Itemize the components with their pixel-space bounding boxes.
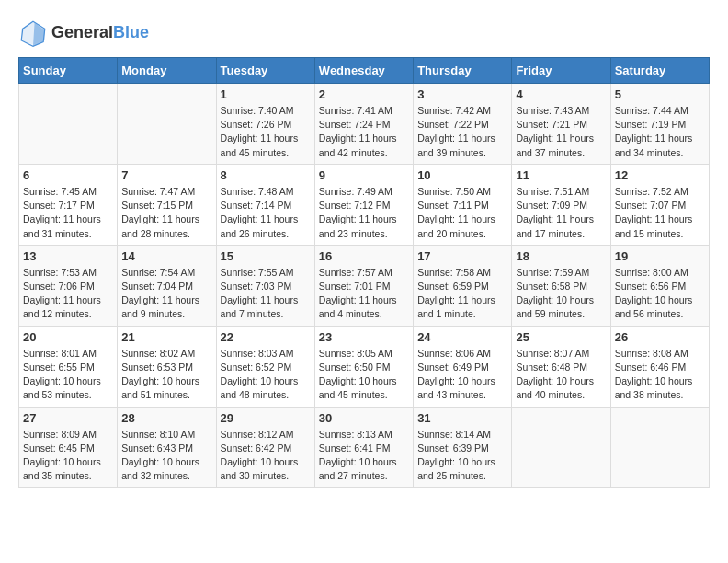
day-info: Sunrise: 8:13 AM Sunset: 6:41 PM Dayligh… xyxy=(319,428,409,484)
calendar-week-row: 20Sunrise: 8:01 AM Sunset: 6:55 PM Dayli… xyxy=(19,326,710,407)
day-info: Sunrise: 7:44 AM Sunset: 7:19 PM Dayligh… xyxy=(615,104,705,160)
day-number: 25 xyxy=(516,330,606,344)
calendar-cell: 8Sunrise: 7:48 AM Sunset: 7:14 PM Daylig… xyxy=(216,164,314,245)
calendar-cell: 6Sunrise: 7:45 AM Sunset: 7:17 PM Daylig… xyxy=(19,164,118,245)
day-info: Sunrise: 7:54 AM Sunset: 7:04 PM Dayligh… xyxy=(121,266,211,322)
calendar-cell xyxy=(19,84,118,165)
calendar-cell: 2Sunrise: 7:41 AM Sunset: 7:24 PM Daylig… xyxy=(314,84,413,165)
page-header: GeneralBlue xyxy=(18,18,710,48)
day-number: 19 xyxy=(615,249,705,263)
calendar-week-row: 6Sunrise: 7:45 AM Sunset: 7:17 PM Daylig… xyxy=(19,164,710,245)
calendar-week-row: 13Sunrise: 7:53 AM Sunset: 7:06 PM Dayli… xyxy=(19,245,710,326)
day-info: Sunrise: 7:45 AM Sunset: 7:17 PM Dayligh… xyxy=(23,185,113,241)
calendar-body: 1Sunrise: 7:40 AM Sunset: 7:26 PM Daylig… xyxy=(19,84,710,488)
day-number: 31 xyxy=(417,411,507,425)
day-info: Sunrise: 7:58 AM Sunset: 6:59 PM Dayligh… xyxy=(417,266,507,322)
calendar-cell: 12Sunrise: 7:52 AM Sunset: 7:07 PM Dayli… xyxy=(610,164,709,245)
day-info: Sunrise: 7:43 AM Sunset: 7:21 PM Dayligh… xyxy=(516,104,606,160)
calendar-cell: 28Sunrise: 8:10 AM Sunset: 6:43 PM Dayli… xyxy=(118,407,216,488)
calendar-cell: 13Sunrise: 7:53 AM Sunset: 7:06 PM Dayli… xyxy=(19,245,118,326)
day-info: Sunrise: 8:06 AM Sunset: 6:49 PM Dayligh… xyxy=(417,347,507,403)
day-info: Sunrise: 8:14 AM Sunset: 6:39 PM Dayligh… xyxy=(417,428,507,484)
day-number: 22 xyxy=(221,330,311,344)
day-info: Sunrise: 8:05 AM Sunset: 6:50 PM Dayligh… xyxy=(319,347,409,403)
calendar-cell: 11Sunrise: 7:51 AM Sunset: 7:09 PM Dayli… xyxy=(512,164,610,245)
logo-blue: Blue xyxy=(113,23,149,41)
weekday-header-friday: Friday xyxy=(512,58,610,84)
day-info: Sunrise: 7:48 AM Sunset: 7:14 PM Dayligh… xyxy=(221,185,311,241)
day-number: 12 xyxy=(615,168,705,182)
day-number: 13 xyxy=(23,249,113,263)
logo-icon xyxy=(18,18,48,48)
calendar-cell xyxy=(118,84,216,165)
calendar-cell: 22Sunrise: 8:03 AM Sunset: 6:52 PM Dayli… xyxy=(216,326,314,407)
day-info: Sunrise: 8:00 AM Sunset: 6:56 PM Dayligh… xyxy=(615,266,705,322)
day-number: 20 xyxy=(23,330,113,344)
calendar-cell: 15Sunrise: 7:55 AM Sunset: 7:03 PM Dayli… xyxy=(216,245,314,326)
calendar-cell: 17Sunrise: 7:58 AM Sunset: 6:59 PM Dayli… xyxy=(414,245,512,326)
day-info: Sunrise: 7:59 AM Sunset: 6:58 PM Dayligh… xyxy=(516,266,606,322)
day-number: 24 xyxy=(417,330,507,344)
day-number: 23 xyxy=(319,330,409,344)
calendar-cell: 1Sunrise: 7:40 AM Sunset: 7:26 PM Daylig… xyxy=(216,84,314,165)
calendar-cell: 10Sunrise: 7:50 AM Sunset: 7:11 PM Dayli… xyxy=(414,164,512,245)
day-number: 9 xyxy=(319,168,409,182)
logo: GeneralBlue xyxy=(18,18,149,48)
day-number: 27 xyxy=(23,411,113,425)
day-info: Sunrise: 7:52 AM Sunset: 7:07 PM Dayligh… xyxy=(615,185,705,241)
day-number: 28 xyxy=(121,411,211,425)
day-info: Sunrise: 7:55 AM Sunset: 7:03 PM Dayligh… xyxy=(221,266,311,322)
day-number: 3 xyxy=(417,87,507,101)
calendar-cell: 30Sunrise: 8:13 AM Sunset: 6:41 PM Dayli… xyxy=(314,407,413,488)
day-number: 10 xyxy=(417,168,507,182)
day-number: 15 xyxy=(221,249,311,263)
calendar-cell: 26Sunrise: 8:08 AM Sunset: 6:46 PM Dayli… xyxy=(610,326,709,407)
calendar-cell: 9Sunrise: 7:49 AM Sunset: 7:12 PM Daylig… xyxy=(314,164,413,245)
weekday-header-sunday: Sunday xyxy=(19,58,118,84)
calendar-week-row: 1Sunrise: 7:40 AM Sunset: 7:26 PM Daylig… xyxy=(19,84,710,165)
day-info: Sunrise: 7:40 AM Sunset: 7:26 PM Dayligh… xyxy=(221,104,311,160)
day-number: 21 xyxy=(121,330,211,344)
calendar-cell: 31Sunrise: 8:14 AM Sunset: 6:39 PM Dayli… xyxy=(414,407,512,488)
day-info: Sunrise: 7:47 AM Sunset: 7:15 PM Dayligh… xyxy=(121,185,211,241)
calendar-cell: 5Sunrise: 7:44 AM Sunset: 7:19 PM Daylig… xyxy=(610,84,709,165)
calendar-table: SundayMondayTuesdayWednesdayThursdayFrid… xyxy=(18,57,710,488)
day-number: 11 xyxy=(516,168,606,182)
calendar-week-row: 27Sunrise: 8:09 AM Sunset: 6:45 PM Dayli… xyxy=(19,407,710,488)
calendar-cell: 24Sunrise: 8:06 AM Sunset: 6:49 PM Dayli… xyxy=(414,326,512,407)
day-info: Sunrise: 8:12 AM Sunset: 6:42 PM Dayligh… xyxy=(221,428,311,484)
day-info: Sunrise: 7:51 AM Sunset: 7:09 PM Dayligh… xyxy=(516,185,606,241)
day-info: Sunrise: 8:09 AM Sunset: 6:45 PM Dayligh… xyxy=(23,428,113,484)
weekday-header-thursday: Thursday xyxy=(414,58,512,84)
weekday-header-row: SundayMondayTuesdayWednesdayThursdayFrid… xyxy=(19,58,710,84)
day-info: Sunrise: 7:41 AM Sunset: 7:24 PM Dayligh… xyxy=(319,104,409,160)
calendar-cell: 4Sunrise: 7:43 AM Sunset: 7:21 PM Daylig… xyxy=(512,84,610,165)
calendar-cell: 16Sunrise: 7:57 AM Sunset: 7:01 PM Dayli… xyxy=(314,245,413,326)
day-info: Sunrise: 8:08 AM Sunset: 6:46 PM Dayligh… xyxy=(615,347,705,403)
weekday-header-saturday: Saturday xyxy=(610,58,709,84)
calendar-cell: 25Sunrise: 8:07 AM Sunset: 6:48 PM Dayli… xyxy=(512,326,610,407)
logo-text: GeneralBlue xyxy=(51,24,149,42)
calendar-cell: 29Sunrise: 8:12 AM Sunset: 6:42 PM Dayli… xyxy=(216,407,314,488)
calendar-cell xyxy=(610,407,709,488)
calendar-cell: 21Sunrise: 8:02 AM Sunset: 6:53 PM Dayli… xyxy=(118,326,216,407)
day-info: Sunrise: 7:57 AM Sunset: 7:01 PM Dayligh… xyxy=(319,266,409,322)
day-info: Sunrise: 7:49 AM Sunset: 7:12 PM Dayligh… xyxy=(319,185,409,241)
day-number: 2 xyxy=(319,87,409,101)
day-number: 7 xyxy=(121,168,211,182)
weekday-header-tuesday: Tuesday xyxy=(216,58,314,84)
day-number: 18 xyxy=(516,249,606,263)
day-number: 8 xyxy=(221,168,311,182)
day-info: Sunrise: 8:07 AM Sunset: 6:48 PM Dayligh… xyxy=(516,347,606,403)
day-number: 30 xyxy=(319,411,409,425)
day-number: 16 xyxy=(319,249,409,263)
day-number: 1 xyxy=(221,87,311,101)
logo-general: General xyxy=(51,23,113,41)
day-info: Sunrise: 7:50 AM Sunset: 7:11 PM Dayligh… xyxy=(417,185,507,241)
day-number: 4 xyxy=(516,87,606,101)
day-info: Sunrise: 8:01 AM Sunset: 6:55 PM Dayligh… xyxy=(23,347,113,403)
calendar-cell: 18Sunrise: 7:59 AM Sunset: 6:58 PM Dayli… xyxy=(512,245,610,326)
day-info: Sunrise: 8:02 AM Sunset: 6:53 PM Dayligh… xyxy=(121,347,211,403)
calendar-cell: 19Sunrise: 8:00 AM Sunset: 6:56 PM Dayli… xyxy=(610,245,709,326)
calendar-cell xyxy=(512,407,610,488)
